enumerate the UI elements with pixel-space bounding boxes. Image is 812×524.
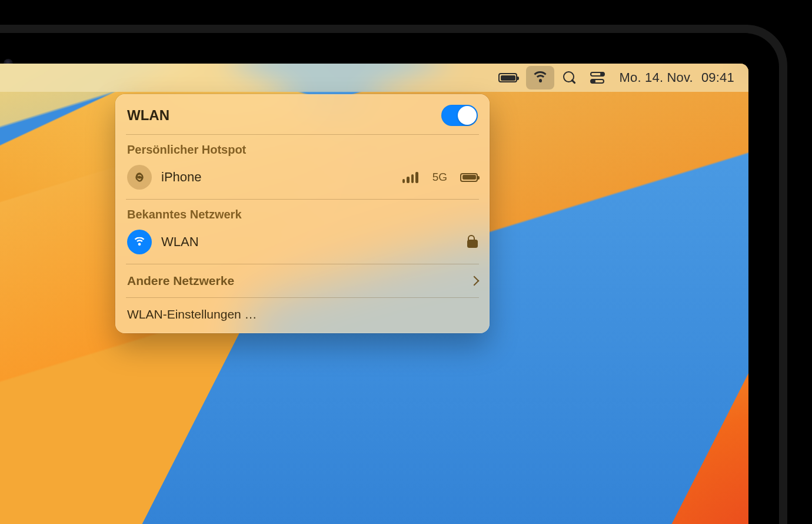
search-icon	[563, 71, 576, 84]
menubar-spotlight[interactable]	[558, 66, 581, 89]
menubar-date: Mo. 14. Nov.	[619, 70, 693, 85]
cellular-signal-icon	[402, 171, 418, 183]
menubar-battery[interactable]	[493, 66, 523, 89]
wifi-settings-item[interactable]: WLAN-Einstellungen …	[115, 298, 490, 332]
screen: Mo. 14. Nov. 09:41 WLAN Persönlicher Hot…	[0, 64, 748, 524]
known-network-item[interactable]: WLAN	[127, 226, 478, 264]
wifi-menu-panel: WLAN Persönlicher Hotspot	[115, 94, 490, 333]
menubar-clock[interactable]: Mo. 14. Nov. 09:41	[619, 70, 734, 85]
wifi-icon	[531, 71, 549, 84]
known-network-name: WLAN	[161, 234, 199, 250]
device-frame: Mo. 14. Nov. 09:41 WLAN Persönlicher Hot…	[0, 0, 812, 524]
wifi-network-icon	[127, 230, 152, 254]
menubar-time: 09:41	[701, 70, 734, 85]
hotspot-section-label: Persönlicher Hotspot	[127, 135, 478, 161]
wifi-settings-label: WLAN-Einstellungen …	[127, 307, 257, 321]
other-networks-item[interactable]: Andere Netzwerke	[115, 264, 490, 297]
hotspot-name: iPhone	[161, 170, 202, 185]
battery-icon	[498, 73, 517, 82]
toggle-knob-icon	[458, 106, 477, 125]
hotspot-icon	[127, 165, 152, 190]
wifi-toggle[interactable]	[441, 105, 478, 126]
known-network-section-label: Bekanntes Netzwerk	[127, 200, 478, 226]
menubar-control-center[interactable]	[585, 66, 611, 89]
menubar: Mo. 14. Nov. 09:41	[0, 64, 748, 92]
hotspot-network-type: 5G	[432, 171, 447, 184]
menubar-wifi[interactable]	[526, 66, 554, 89]
lock-icon	[467, 236, 478, 248]
wifi-menu-title: WLAN	[127, 107, 169, 124]
hotspot-item[interactable]: iPhone 5G	[127, 161, 478, 199]
control-center-icon	[590, 72, 605, 83]
other-networks-label: Andere Netzwerke	[127, 274, 234, 288]
hotspot-battery-icon	[460, 173, 478, 182]
chevron-right-icon	[470, 276, 480, 286]
